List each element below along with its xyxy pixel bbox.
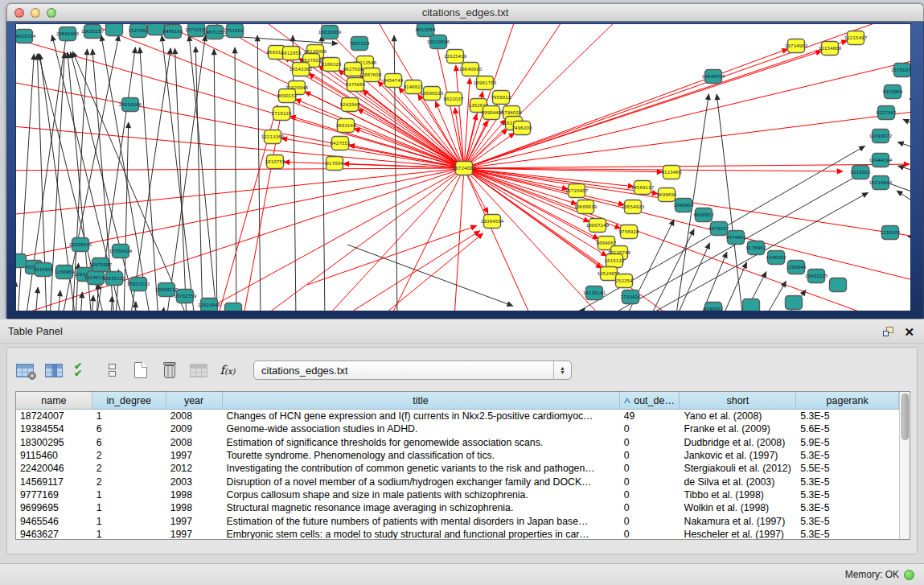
graph-node[interactable]: 1810755 <box>265 155 285 169</box>
graph-node[interactable]: 20691406 <box>56 27 80 41</box>
table-cell[interactable]: 2012 <box>166 462 223 475</box>
column-header-out_de[interactable]: out_de… <box>620 392 680 410</box>
table-row[interactable]: 1872400712008Changes of HCN gene express… <box>16 410 899 422</box>
graph-node[interactable]: 13654923 <box>622 200 645 214</box>
table-cell[interactable]: 5.3E-5 <box>796 501 899 514</box>
table-cell[interactable]: Franke et al. (2009) <box>680 422 797 435</box>
graph-node[interactable]: 17957233 <box>127 278 150 291</box>
graph-node[interactable]: 2803144 <box>336 119 356 133</box>
graph-node[interactable] <box>225 303 242 312</box>
graph-node[interactable] <box>743 299 760 312</box>
graph-node[interactable]: 19218596 <box>427 35 450 49</box>
graph-node[interactable]: 1210305 <box>881 226 901 240</box>
table-cell[interactable]: de Silva et al. (2003) <box>680 475 797 488</box>
table-cell[interactable]: 5.3E-5 <box>796 449 899 462</box>
graph-node[interactable]: 12215497 <box>844 31 868 45</box>
graph-node[interactable]: 16033809 <box>318 26 342 39</box>
graph-node[interactable]: 12444194 <box>869 154 893 167</box>
graph-node[interactable]: 14569117 <box>631 181 655 195</box>
column-header-year[interactable]: year <box>166 392 223 410</box>
table-cell[interactable]: Structural magnetic resonance image aver… <box>223 501 620 514</box>
graph-node[interactable] <box>148 24 165 35</box>
graph-node[interactable]: 7857224 <box>350 37 370 51</box>
graph-node[interactable]: 1293846 <box>786 261 807 274</box>
graph-node[interactable]: 12213369 <box>261 130 285 144</box>
column-header-pagerank[interactable]: pagerank <box>796 392 899 410</box>
graph-node[interactable]: 12505135 <box>103 272 126 286</box>
graph-node[interactable]: 9699695 <box>657 188 677 202</box>
graph-node[interactable]: 9176962 <box>746 241 766 255</box>
graph-node[interactable]: 15751074 <box>891 64 911 77</box>
function-builder-button[interactable]: f(x) <box>213 356 242 384</box>
table-cell[interactable]: 9777169 <box>16 488 92 501</box>
graph-node[interactable]: 1733426 <box>621 290 641 304</box>
table-cell[interactable]: 9463627 <box>16 528 92 539</box>
table-cell[interactable]: Tibbo et al. (1998) <box>680 488 797 501</box>
graph-node[interactable]: 10975887 <box>89 258 113 272</box>
graph-node[interactable]: 20206535 <box>69 238 92 252</box>
table-cell[interactable]: 2008 <box>166 410 223 422</box>
table-row[interactable]: 2242004622012Investigating the contribut… <box>16 462 899 475</box>
table-cell[interactable]: 0 <box>620 462 680 475</box>
graph-node[interactable]: 1840954 <box>674 199 694 212</box>
graph-node[interactable]: 751552 <box>226 24 243 38</box>
graph-node[interactable] <box>830 278 847 292</box>
table-row[interactable]: 1456911722003Disruption of a novel membe… <box>16 475 899 488</box>
table-cell[interactable]: 2 <box>92 449 166 462</box>
table-cell[interactable]: 2 <box>92 475 166 488</box>
graph-node[interactable]: 9827508 <box>343 63 363 76</box>
graph-node[interactable]: 13325419 <box>444 50 467 64</box>
delete-column-button[interactable] <box>155 356 184 384</box>
select-rows-button[interactable]: ✔✔ <box>68 356 97 384</box>
table-row[interactable]: 969969511998Structural magnetic resonanc… <box>16 501 899 514</box>
table-row[interactable]: 977716911998Corpus callosum shape and si… <box>16 488 899 501</box>
table-row[interactable]: 1830029562008Estimation of significance … <box>16 436 899 449</box>
graph-node[interactable]: 12093872 <box>869 130 892 143</box>
table-cell[interactable]: 5.6E-5 <box>796 422 899 435</box>
create-column-button[interactable] <box>126 356 155 384</box>
table-cell[interactable]: 1998 <box>166 501 223 514</box>
table-cell[interactable]: Jankovic et al. (1997) <box>680 449 797 462</box>
table-cell[interactable]: Estimation of significance thresholds fo… <box>223 436 620 449</box>
graph-node[interactable]: 1156869 <box>55 266 75 279</box>
table-vertical-scrollbar[interactable] <box>899 392 910 539</box>
table-cell[interactable]: 1997 <box>166 528 223 539</box>
table-cell[interactable]: 9465546 <box>16 514 92 527</box>
table-cell[interactable]: Embryonic stem cells: a model to study s… <box>223 528 620 539</box>
table-cell[interactable]: 14569117 <box>16 475 92 488</box>
table-cell[interactable]: 5.3E-5 <box>796 528 899 539</box>
table-cell[interactable]: Estimation of the future numbers of pati… <box>223 514 620 527</box>
table-cell[interactable]: 1997 <box>166 514 223 527</box>
scrollbar-thumb[interactable] <box>901 393 909 440</box>
table-cell[interactable]: 0 <box>620 436 680 449</box>
graph-node[interactable]: 6466160 <box>163 25 183 39</box>
table-cell[interactable]: 2009 <box>166 422 223 435</box>
graph-node[interactable]: 2718120 <box>272 107 292 121</box>
graph-node[interactable] <box>106 24 123 36</box>
float-panel-icon[interactable] <box>883 327 894 337</box>
graph-node[interactable] <box>16 254 27 268</box>
column-header-in_degree[interactable]: in_degree <box>92 392 166 410</box>
graph-node[interactable]: 18807249 <box>586 219 610 233</box>
table-cell[interactable]: 1 <box>92 410 166 422</box>
network-table-select[interactable]: citations_edges.txt ▲▼ <box>253 360 572 380</box>
graph-node[interactable]: 8990448 <box>482 106 502 120</box>
table-row[interactable]: 911546021997Tourette syndrome. Phenomeno… <box>16 449 899 462</box>
graph-node[interactable]: 8938923 <box>694 208 714 222</box>
graph-node[interactable]: 16648784 <box>702 70 725 84</box>
column-header-title[interactable]: title <box>223 392 620 410</box>
table-cell[interactable]: 9699695 <box>16 501 92 514</box>
table-cell[interactable]: 0 <box>620 501 680 514</box>
graph-node[interactable]: 26053346 <box>119 98 142 112</box>
table-cell[interactable]: 1997 <box>166 449 223 462</box>
graph-node[interactable]: 9115460 <box>662 166 682 179</box>
table-cell[interactable]: 19384554 <box>16 422 92 435</box>
graph-node[interactable]: 8215953 <box>851 166 871 179</box>
graph-node[interactable]: 252254 <box>615 274 633 288</box>
table-row[interactable]: 946362711997Embryonic stem cells: a mode… <box>16 528 899 539</box>
close-panel-icon[interactable]: ✕ <box>904 326 914 338</box>
table-cell[interactable]: 6 <box>92 436 166 449</box>
graph-node[interactable]: 16782759 <box>174 290 197 303</box>
graph-node[interactable]: 9375685 <box>346 78 366 92</box>
graph-node[interactable]: 8822037 <box>444 93 464 106</box>
